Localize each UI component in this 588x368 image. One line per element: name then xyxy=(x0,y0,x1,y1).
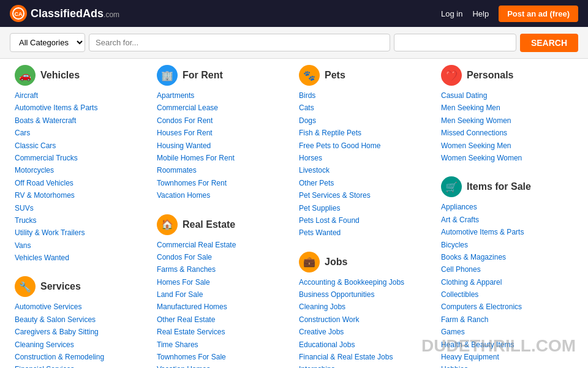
category-link[interactable]: Vans xyxy=(15,239,147,252)
category-link[interactable]: Apartments xyxy=(157,89,289,102)
section-header-vehicles: 🚗Vehicles xyxy=(15,65,147,86)
section-vehicles: 🚗VehiclesAircraftAutomotive Items & Part… xyxy=(15,65,147,264)
section-services: 🔧ServicesAutomotive ServicesBeauty & Sal… xyxy=(15,276,147,368)
services-links: Automotive ServicesBeauty & Salon Servic… xyxy=(15,301,147,368)
category-link[interactable]: Utility & Work Trailers xyxy=(15,227,147,239)
category-link[interactable]: Automotive Items & Parts xyxy=(441,226,573,238)
category-link[interactable]: Internships xyxy=(299,363,431,368)
category-link[interactable]: Farm & Ranch xyxy=(441,314,573,326)
category-link[interactable]: Games xyxy=(441,326,573,338)
category-link[interactable]: Other Real Estate xyxy=(157,314,289,326)
search-input[interactable] xyxy=(89,34,390,51)
category-link[interactable]: Manufactured Homes xyxy=(157,301,289,313)
category-link[interactable]: Collectibles xyxy=(441,288,573,301)
category-link[interactable]: Men Seeking Women xyxy=(441,115,573,127)
category-link[interactable]: Townhomes For Rent xyxy=(157,177,289,189)
category-link[interactable]: Casual Dating xyxy=(441,89,573,102)
category-link[interactable]: Classic Cars xyxy=(15,140,147,152)
vehicles-title: Vehicles xyxy=(40,70,80,81)
category-link[interactable]: Pets Lost & Found xyxy=(299,214,431,227)
category-link[interactable]: Cars xyxy=(15,127,147,139)
search-button[interactable]: SEARCH xyxy=(520,34,578,52)
category-link[interactable]: Financial & Real Estate Jobs xyxy=(299,351,431,363)
category-link[interactable]: Free Pets to Good Home xyxy=(299,140,431,152)
category-link[interactable]: Creative Jobs xyxy=(299,326,431,338)
category-link[interactable]: Bicycles xyxy=(441,239,573,251)
category-link[interactable]: RV & Motorhomes xyxy=(15,189,147,201)
category-link[interactable]: Appliances xyxy=(441,201,573,213)
category-link[interactable]: Livestock xyxy=(299,164,431,176)
category-link[interactable]: Women Seeking Men xyxy=(441,140,573,152)
category-link[interactable]: Time Shares xyxy=(157,339,289,351)
category-link[interactable]: Houses For Rent xyxy=(157,127,289,139)
category-link[interactable]: Motorcycles xyxy=(15,164,147,176)
category-link[interactable]: Financial Services xyxy=(15,363,147,368)
help-link[interactable]: Help xyxy=(472,9,489,18)
category-link[interactable]: Dogs xyxy=(299,115,431,127)
category-link[interactable]: Fish & Reptile Pets xyxy=(299,127,431,139)
logo-text: ClassifiedAds.com xyxy=(31,7,119,20)
category-link[interactable]: Computers & Electronics xyxy=(441,301,573,313)
category-link[interactable]: Heavy Equipment xyxy=(441,351,573,363)
category-link[interactable]: Condos For Sale xyxy=(157,251,289,263)
category-link[interactable]: Pet Supplies xyxy=(299,202,431,214)
category-link[interactable]: Pets Wanted xyxy=(299,227,431,239)
category-link[interactable]: Health & Beauty Items xyxy=(441,339,573,351)
category-link[interactable]: Books & Magazines xyxy=(441,251,573,263)
category-link[interactable]: Beauty & Salon Services xyxy=(15,314,147,326)
category-link[interactable]: Farms & Ranches xyxy=(157,263,289,276)
category-link[interactable]: Missed Connections xyxy=(441,127,573,139)
category-link[interactable]: Vacation Homes xyxy=(157,363,289,368)
category-link[interactable]: Commercial Lease xyxy=(157,102,289,114)
logo-icon: CA xyxy=(10,5,27,22)
category-link[interactable]: Cleaning Services xyxy=(15,339,147,351)
category-link[interactable]: Automotive Items & Parts xyxy=(15,102,147,114)
category-link[interactable]: Vehicles Wanted xyxy=(15,252,147,264)
category-link[interactable]: Off Road Vehicles xyxy=(15,177,147,189)
real-estate-icon: 🏠 xyxy=(157,214,178,235)
category-link[interactable]: Trucks xyxy=(15,214,147,227)
category-select[interactable]: All Categories xyxy=(10,33,85,52)
category-link[interactable]: Real Estate Services xyxy=(157,326,289,338)
category-link[interactable]: Commercial Trucks xyxy=(15,152,147,164)
category-link[interactable]: Pet Services & Stores xyxy=(299,189,431,201)
category-link[interactable]: Construction & Remodeling xyxy=(15,351,147,363)
category-link[interactable]: Horses xyxy=(299,152,431,164)
category-link[interactable]: Land For Sale xyxy=(157,288,289,301)
category-link[interactable]: Educational Jobs xyxy=(299,339,431,351)
category-link[interactable]: Condos For Rent xyxy=(157,115,289,127)
section-header-jobs: 💼Jobs xyxy=(299,252,431,272)
category-link[interactable]: Business Opportunities xyxy=(299,288,431,301)
category-link[interactable]: Construction Work xyxy=(299,314,431,326)
category-link[interactable]: Townhomes For Sale xyxy=(157,351,289,363)
category-link[interactable]: Birds xyxy=(299,89,431,102)
category-link[interactable]: Cell Phones xyxy=(441,263,573,276)
personals-links: Casual DatingMen Seeking MenMen Seeking … xyxy=(441,89,573,164)
category-link[interactable]: Aircraft xyxy=(15,89,147,102)
category-link[interactable]: Cats xyxy=(299,102,431,114)
section-for-rent: 🏢For RentApartmentsCommercial LeaseCondo… xyxy=(157,65,289,202)
category-link[interactable]: Homes For Sale xyxy=(157,276,289,288)
category-link[interactable]: Vacation Homes xyxy=(157,189,289,201)
category-link[interactable]: Other Pets xyxy=(299,177,431,189)
category-link[interactable]: Roommates xyxy=(157,164,289,176)
category-link[interactable]: Commercial Real Estate xyxy=(157,239,289,251)
category-link[interactable]: Automotive Services xyxy=(15,301,147,313)
login-link[interactable]: Log in xyxy=(441,9,462,18)
category-link[interactable]: Housing Wanted xyxy=(157,140,289,152)
column-2: 🐾PetsBirdsCatsDogsFish & Reptile PetsFre… xyxy=(294,65,436,368)
category-link[interactable]: Caregivers & Baby Sitting xyxy=(15,326,147,338)
category-link[interactable]: SUVs xyxy=(15,202,147,214)
category-link[interactable]: Clothing & Apparel xyxy=(441,276,573,288)
category-link[interactable]: Women Seeking Women xyxy=(441,152,573,164)
search-bar: All Categories in New York City: Bronx, … xyxy=(0,27,588,59)
category-link[interactable]: Men Seeking Men xyxy=(441,102,573,114)
category-link[interactable]: Art & Crafts xyxy=(441,214,573,226)
category-link[interactable]: Cleaning Jobs xyxy=(299,301,431,313)
category-link[interactable]: Hobbies xyxy=(441,363,573,368)
category-link[interactable]: Mobile Homes For Rent xyxy=(157,152,289,164)
post-ad-button[interactable]: Post an ad (free) xyxy=(499,6,578,22)
category-link[interactable]: Accounting & Bookkeeping Jobs xyxy=(299,276,431,288)
category-link[interactable]: Boats & Watercraft xyxy=(15,115,147,127)
location-input[interactable]: in New York City: Bronx, NY xyxy=(394,34,516,51)
